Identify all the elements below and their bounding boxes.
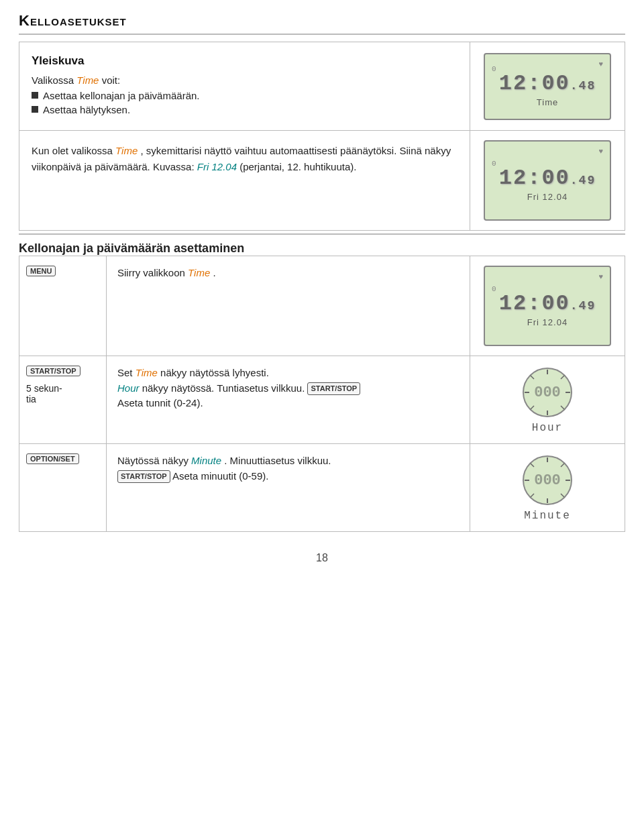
minute-label: Minute (524, 510, 571, 522)
startstop-secondary: 5 sekun- tia (26, 383, 62, 404)
lcd-main-2: 12:00.49 (499, 168, 596, 189)
instr-btn-startstop: START/STOP 5 sekun- tia (19, 356, 107, 443)
section1-intro: Valikossa Time voit: (32, 74, 458, 86)
heart-icon-2: ♥ (598, 147, 603, 155)
section1-heading: Yleiskuva (32, 54, 458, 68)
instr-row-menu: MENU Siirry valikkoon Time . ♥ 0 12:00.4… (19, 256, 625, 356)
lcd-display-1: ♥ 0 12:00.48 Time (484, 53, 611, 120)
instr-desc-startstop: Set Time näkyy näytössä lyhyesti. Hour n… (107, 356, 470, 443)
lcd-small-top-3: 0 (492, 285, 496, 293)
lcd-label-3: Fri 12.04 (527, 317, 568, 327)
inline-startstop-badge-1[interactable]: START/STOP (307, 382, 360, 395)
lcd-label-1: Time (537, 97, 558, 107)
lcd-main-3: 12:00.49 (499, 293, 596, 315)
svg-text:000: 000 (534, 384, 561, 401)
menu-button-badge[interactable]: MENU (26, 266, 56, 276)
bullet-item-1: Asettaa kellonajan ja päivämäärän. (32, 90, 458, 101)
section-time-date: Kun olet valikossa Time , sykemittarisi … (19, 131, 625, 231)
section2-display: ♥ 0 12:00.49 Fri 12.04 (470, 131, 625, 230)
section2-para: Kun olet valikossa Time , sykemittarisi … (32, 143, 458, 175)
page-title: Kelloasetukset (19, 12, 625, 35)
lcd-small-top-2: 0 (492, 160, 496, 168)
instr-desc-menu: Siirry valikkoon Time . (107, 256, 470, 356)
lcd-label-2: Fri 12.04 (527, 192, 568, 202)
svg-text:000: 000 (534, 472, 561, 489)
instr-row-optionset: OPTION/SET Näytössä näkyy Minute . Minuu… (19, 443, 625, 531)
lcd-display-2: ♥ 0 12:00.49 Fri 12.04 (484, 140, 611, 221)
page-wrapper: Kelloasetukset Yleiskuva Valikossa Time … (0, 0, 644, 817)
instr-btn-optionset: OPTION/SET (19, 444, 107, 531)
instr-row-startstop: START/STOP 5 sekun- tia Set Time näkyy n… (19, 356, 625, 443)
instr-img-menu: ♥ 0 12:00.49 Fri 12.04 (470, 256, 625, 356)
section1-display: ♥ 0 12:00.48 Time (470, 42, 625, 130)
instr-btn-menu: MENU (19, 256, 107, 356)
heart-icon-1: ♥ (598, 60, 603, 68)
lcd-small-top-1: 0 (492, 65, 496, 73)
minute-clock-svg: 000 (521, 453, 574, 507)
yleiskuva-text: Yleiskuva Valikossa Time voit: Asettaa k… (19, 42, 470, 130)
instruction-table: MENU Siirry valikkoon Time . ♥ 0 12:00.4… (19, 256, 625, 532)
instr-img-startstop: 000 Hour (470, 356, 625, 443)
bullet-icon-1 (32, 92, 38, 99)
instr-desc-optionset: Näytössä näkyy Minute . Minuuttiasetus v… (107, 444, 470, 531)
bullet-item-2: Asettaa hälytyksen. (32, 104, 458, 115)
section-yleiskuva: Yleiskuva Valikossa Time voit: Asettaa k… (19, 42, 625, 131)
hour-clock-svg: 000 (521, 366, 574, 419)
lcd-display-3: ♥ 0 12:00.49 Fri 12.04 (484, 266, 611, 346)
hour-label: Hour (532, 422, 563, 434)
heart-icon-3: ♥ (598, 272, 603, 280)
optionset-button-badge[interactable]: OPTION/SET (26, 453, 79, 464)
instr-img-optionset: 000 Minute (470, 444, 625, 531)
section3-heading: Kellonajan ja päivämäärän asettaminen (19, 233, 625, 256)
page-number: 18 (19, 552, 625, 564)
startstop-button-badge[interactable]: START/STOP (26, 366, 80, 376)
inline-startstop-badge-2[interactable]: START/STOP (117, 470, 170, 483)
bullet-icon-2 (32, 106, 38, 113)
lcd-main-1: 12:00.48 (499, 73, 596, 95)
section2-text: Kun olet valikossa Time , sykemittarisi … (19, 131, 470, 230)
bullet-list: Asettaa kellonajan ja päivämäärän. Asett… (32, 90, 458, 115)
